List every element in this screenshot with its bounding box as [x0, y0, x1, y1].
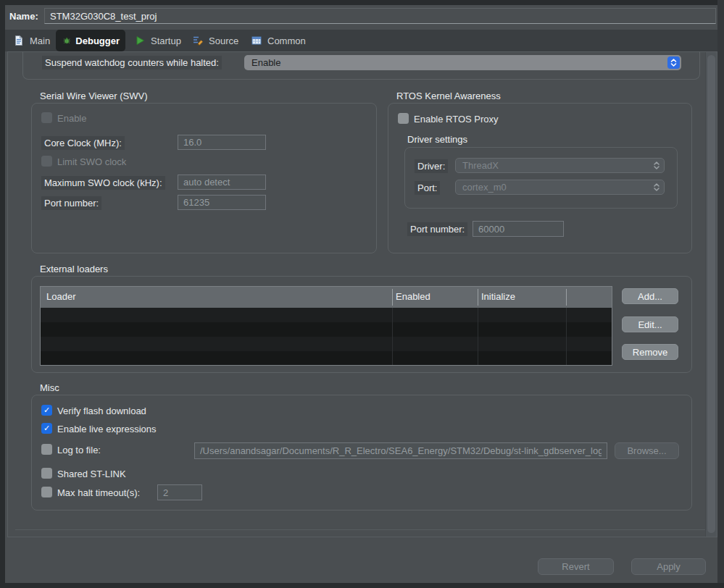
rtos-port-dropdown-value: cortex_m0: [462, 182, 507, 193]
column-divider: [392, 308, 393, 365]
max-swo-label: Maximum SWO clock (kHz):: [41, 176, 165, 190]
swv-enable-checkbox: [41, 112, 52, 123]
document-icon: [13, 35, 25, 46]
log-to-file-checkbox[interactable]: [41, 444, 52, 455]
swv-enable-label: Enable: [57, 113, 86, 124]
driver-settings-title: Driver settings: [407, 134, 467, 145]
live-expressions-checkbox[interactable]: ✓: [41, 423, 52, 434]
edit-button[interactable]: Edit...: [622, 316, 678, 332]
column-header-loader[interactable]: Loader: [46, 291, 75, 302]
shared-stlink-checkbox[interactable]: [41, 468, 52, 479]
max-halt-timeout-checkbox[interactable]: [41, 487, 52, 497]
swv-port-field: [178, 195, 266, 210]
dropdown-stepper-icon: [667, 56, 680, 69]
watchdog-label: Suspend watchdog counters while halted:: [42, 56, 222, 70]
limit-swo-label: Limit SWO clock: [57, 156, 126, 167]
tab-main[interactable]: Main: [7, 30, 56, 51]
window-border-left: [0, 0, 5, 588]
live-expressions-label: Enable live expressions: [57, 424, 157, 434]
log-to-file-label: Log to file:: [57, 445, 101, 455]
tab-startup-label: Startup: [151, 35, 181, 46]
debug-configuration-dialog: Name: Main Debugger Startup: [0, 0, 724, 588]
tab-debugger[interactable]: Debugger: [56, 30, 125, 51]
tab-startup[interactable]: Startup: [128, 30, 187, 51]
source-edit-icon: [192, 35, 204, 46]
rtos-port-number-label: Port number:: [407, 222, 467, 236]
column-header-enabled[interactable]: Enabled: [396, 291, 430, 302]
driver-settings-group: [404, 147, 678, 209]
rtos-port-label: Port:: [415, 181, 440, 195]
play-icon: [134, 35, 146, 46]
rtos-proxy-label: Enable RTOS Proxy: [414, 114, 499, 125]
column-divider: [566, 289, 567, 306]
loaders-group-title: External loaders: [40, 264, 108, 274]
max-halt-timeout-field: [157, 484, 202, 500]
name-label: Name:: [9, 11, 38, 22]
core-clock-label: Core Clock (MHz):: [41, 136, 125, 150]
table-row: [41, 322, 612, 337]
check-icon: ✓: [43, 406, 50, 414]
verify-flash-label: Verify flash download: [57, 406, 146, 416]
driver-dropdown-value: ThreadX: [462, 160, 499, 171]
tab-common[interactable]: Common: [245, 30, 312, 51]
apply-button: Apply: [631, 558, 706, 575]
misc-group-title: Misc: [40, 382, 59, 393]
column-divider: [566, 308, 567, 365]
driver-dropdown: ThreadX: [455, 158, 665, 173]
log-file-path-field: [194, 442, 607, 459]
bug-icon: [63, 35, 70, 46]
column-divider: [392, 289, 393, 306]
browse-button: Browse...: [615, 442, 679, 459]
tab-source[interactable]: Source: [186, 30, 244, 51]
window-border-bottom: [0, 583, 724, 588]
window-border-top: [0, 0, 724, 5]
limit-swo-checkbox: [41, 156, 52, 167]
max-swo-field: [178, 175, 266, 190]
revert-button: Revert: [538, 558, 614, 575]
add-button[interactable]: Add...: [622, 288, 678, 304]
swv-group-title: Serial Wire Viewer (SWV): [40, 91, 148, 101]
dropdown-stepper-disabled-icon: [653, 182, 660, 194]
watchdog-dropdown-value: Enable: [251, 57, 280, 68]
dropdown-stepper-disabled-icon: [653, 161, 660, 172]
watchdog-dropdown[interactable]: Enable: [244, 55, 681, 70]
swv-port-label: Port number:: [41, 196, 101, 210]
table-row: [41, 337, 612, 351]
tab-common-label: Common: [267, 35, 306, 46]
name-input[interactable]: [44, 8, 716, 24]
vertical-scrollbar-thumb[interactable]: [707, 55, 715, 533]
tab-debugger-label: Debugger: [75, 35, 120, 46]
column-divider: [478, 308, 478, 365]
window-border-right: [717, 0, 724, 588]
shared-stlink-label: Shared ST-LINK: [57, 469, 126, 479]
tab-source-label: Source: [209, 35, 238, 46]
table-row: [41, 351, 612, 365]
content-divider: [15, 529, 710, 530]
column-header-initialize[interactable]: Initialize: [481, 291, 515, 302]
loaders-table[interactable]: Loader Enabled Initialize: [40, 286, 612, 366]
column-divider: [478, 289, 478, 306]
rtos-port-dropdown: cortex_m0: [455, 180, 665, 195]
driver-label: Driver:: [415, 159, 448, 173]
max-halt-timeout-label: Max halt timeout(s):: [57, 487, 140, 498]
rtos-port-number-field: [473, 221, 564, 237]
core-clock-field: [178, 135, 266, 150]
check-icon: ✓: [43, 424, 50, 432]
rtos-group-title: RTOS Kernel Awareness: [396, 91, 501, 101]
tab-main-label: Main: [30, 35, 50, 46]
table-icon: [251, 35, 262, 46]
verify-flash-checkbox[interactable]: ✓: [41, 405, 52, 416]
remove-button[interactable]: Remove: [622, 344, 678, 360]
rtos-proxy-checkbox[interactable]: [398, 113, 409, 124]
table-row: [41, 308, 612, 322]
loaders-table-header[interactable]: Loader Enabled Initialize: [41, 287, 612, 308]
